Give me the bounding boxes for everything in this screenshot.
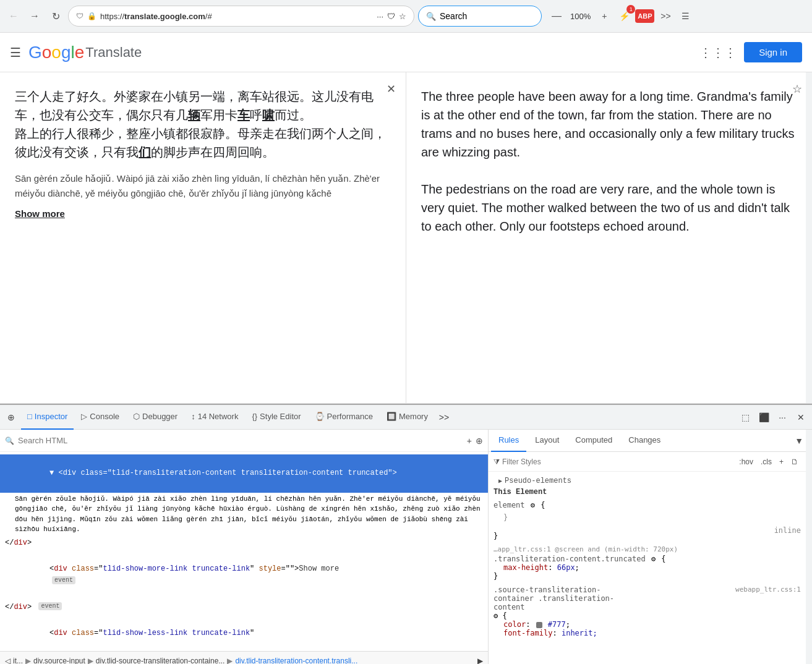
filter-styles-input[interactable]	[502, 458, 734, 466]
browser-chrome: ← → ↻ 🛡 🔒 https://translate.google.com/#…	[0, 0, 812, 33]
grid-icon[interactable]: ⋮⋮⋮	[699, 45, 737, 60]
copy-rules-button[interactable]: 🗋	[788, 456, 801, 467]
source-panel: ✕ 三个人走了好久。外婆家在小镇另一端，离车站很远。这儿没有电车，也没有公交车，…	[0, 72, 406, 403]
tab-style-editor[interactable]: {} Style Editor	[246, 405, 307, 430]
devtools-body: 🔍 + ⊕ ▼ <div class="tlid-transliteration…	[0, 430, 812, 664]
font-family-val: inherit;	[562, 629, 597, 637]
element-rule: element ⚙ { } inline	[494, 499, 801, 537]
css-panel-close-button[interactable]: ▼	[795, 436, 803, 446]
devtools: ⊕ □ Inspector ▷ Console ⬡ Debugger ↕ 14 …	[0, 404, 812, 664]
main-scrollbar[interactable]	[806, 72, 812, 403]
css-panel: Rules Layout Computed Changes ▼ ⧩ :hov .…	[489, 430, 806, 664]
more-options-button[interactable]: ···	[774, 409, 791, 426]
tab-debugger[interactable]: ⬡ Debugger	[127, 405, 184, 430]
logo-g2: g	[61, 43, 71, 62]
arrow-icon: ▶	[498, 477, 502, 485]
star-icon[interactable]: ☆	[792, 82, 802, 96]
breadcrumb-active-element[interactable]: div.tlid-transliteration-content.transli…	[235, 657, 357, 665]
breadcrumb-source-container[interactable]: div.tlid-source-transliteration-containe…	[96, 657, 225, 665]
main-content: ✕ 三个人走了好久。外婆家在小镇另一端，离车站很远。这儿没有电车，也没有公交车，…	[0, 72, 812, 404]
breadcrumb-right-arrow[interactable]: ▶	[477, 657, 483, 665]
css-tab-changes[interactable]: Changes	[621, 430, 668, 452]
color-swatch[interactable]	[536, 622, 542, 628]
max-height-val: 66px	[557, 563, 575, 572]
forward-button[interactable]: →	[26, 7, 43, 25]
css-tab-computed[interactable]: Computed	[568, 430, 620, 452]
ellipsis-icon[interactable]: ···	[377, 12, 383, 21]
css-tab-layout[interactable]: Layout	[528, 430, 566, 452]
shield-icon: 🛡	[76, 12, 83, 20]
refresh-button[interactable]: ↻	[47, 7, 64, 25]
breadcrumb-source-input[interactable]: div.source-input	[33, 657, 85, 665]
abp-button[interactable]: ABP	[635, 9, 654, 23]
color-prop: color	[503, 620, 526, 629]
app-ltr-source: …app_ltr.css:1 @screen and (min-width: 7…	[494, 545, 801, 553]
breadcrumb-bar: ◁ it... ▶ div.source-input ▶ div.tlid-so…	[0, 651, 488, 664]
cls-button[interactable]: .cls	[758, 456, 774, 467]
selector-gear-icon[interactable]: ⚙	[651, 555, 656, 563]
sign-in-button[interactable]: Sign in	[744, 42, 802, 62]
pick-element-button[interactable]: ⊕	[2, 409, 20, 426]
pocket-icon[interactable]: 🛡	[387, 12, 395, 21]
html-show-more-row[interactable]: <div class="tlid-show-more-link truncate…	[0, 550, 488, 600]
back-button[interactable]: ←	[5, 7, 22, 25]
source-text: 三个人走了好久。外婆家在小镇另一端，离车站很远。这儿没有电车，也没有公交车，偶尔…	[15, 87, 391, 161]
search-icon: 🔍	[426, 12, 436, 21]
responsive-design-button[interactable]: ⬚	[737, 409, 754, 426]
menu-button[interactable]: ☰	[677, 7, 694, 25]
hamburger-icon[interactable]: ☰	[10, 45, 21, 60]
memory-tab-icon: 🔲	[387, 412, 396, 421]
breadcrumb-left-arrow[interactable]: ◁	[5, 657, 11, 665]
zoom-plus-button[interactable]: +	[596, 7, 613, 25]
app-header: ☰ Google Translate ⋮⋮⋮ Sign in	[0, 33, 812, 72]
more-tabs-button[interactable]: >>	[435, 409, 453, 426]
split-view-button[interactable]: ⬛	[755, 409, 772, 426]
logo-e: e	[75, 43, 85, 62]
search-bar[interactable]: 🔍 Search	[418, 6, 542, 27]
tab-memory[interactable]: 🔲 Memory	[380, 405, 434, 430]
add-node-button[interactable]: +	[467, 436, 472, 446]
tab-inspector[interactable]: □ Inspector	[21, 405, 74, 430]
close-icon[interactable]: ✕	[387, 82, 396, 96]
address-bar[interactable]: 🛡 🔒 https://translate.google.com/# ··· 🛡…	[68, 6, 414, 27]
add-rule-button[interactable]: +	[777, 456, 786, 467]
logo-translate: Translate	[85, 45, 142, 61]
pick-node-button[interactable]: ⊕	[476, 436, 483, 446]
lock-icon: 🔒	[87, 12, 96, 20]
html-show-less-row[interactable]: <div class="tlid-show-less-link truncate…	[0, 615, 488, 651]
this-element-header: This Element	[494, 488, 801, 496]
debugger-tab-label: Debugger	[142, 412, 177, 421]
minimize-button[interactable]: —	[548, 7, 565, 25]
badge-count: 1	[626, 5, 635, 14]
memory-tab-label: Memory	[399, 412, 428, 421]
html-search-input[interactable]	[18, 436, 463, 445]
close-devtools-button[interactable]: ✕	[792, 409, 810, 426]
more-button[interactable]: >>	[657, 7, 674, 25]
logo-o2: o	[51, 43, 61, 62]
style-editor-tab-label: Style Editor	[260, 412, 301, 421]
css-content: ▶ Pseudo-elements This Element element ⚙…	[489, 472, 806, 664]
inspector-tab-icon: □	[27, 412, 32, 421]
show-more-link[interactable]: Show more	[15, 208, 65, 219]
pseudo-elements-toggle[interactable]: ▶ Pseudo-elements	[494, 474, 801, 488]
html-close-div-1: </div>	[0, 536, 488, 550]
tab-network[interactable]: ↕ 14 Network	[185, 405, 244, 430]
breadcrumb-sep-2: ▶	[88, 657, 93, 665]
hov-button[interactable]: :hov	[737, 456, 756, 467]
network-tab-icon: ↕	[191, 412, 195, 421]
css-right-scrollbar[interactable]	[806, 430, 812, 664]
css-tab-rules[interactable]: Rules	[491, 430, 526, 452]
gear-icon[interactable]: ⚙	[531, 501, 535, 509]
tab-console[interactable]: ▷ Console	[75, 405, 126, 430]
breadcrumb-it[interactable]: it...	[13, 657, 23, 665]
extensions-button[interactable]: ⚡1	[615, 7, 633, 25]
google-logo: Google Translate	[28, 43, 142, 62]
console-tab-icon: ▷	[81, 412, 87, 421]
source-trans-gear-icon[interactable]: ⚙	[494, 611, 498, 620]
zoom-level: 100%	[568, 12, 593, 21]
tab-performance[interactable]: ⌚ Performance	[309, 405, 379, 430]
html-search-icon: 🔍	[5, 436, 14, 445]
this-element-section: This Element element ⚙ { } inline	[494, 488, 801, 540]
selected-html-element[interactable]: ▼ <div class="tlid-transliteration-conte…	[0, 454, 488, 493]
bookmark-icon[interactable]: ☆	[399, 12, 406, 21]
